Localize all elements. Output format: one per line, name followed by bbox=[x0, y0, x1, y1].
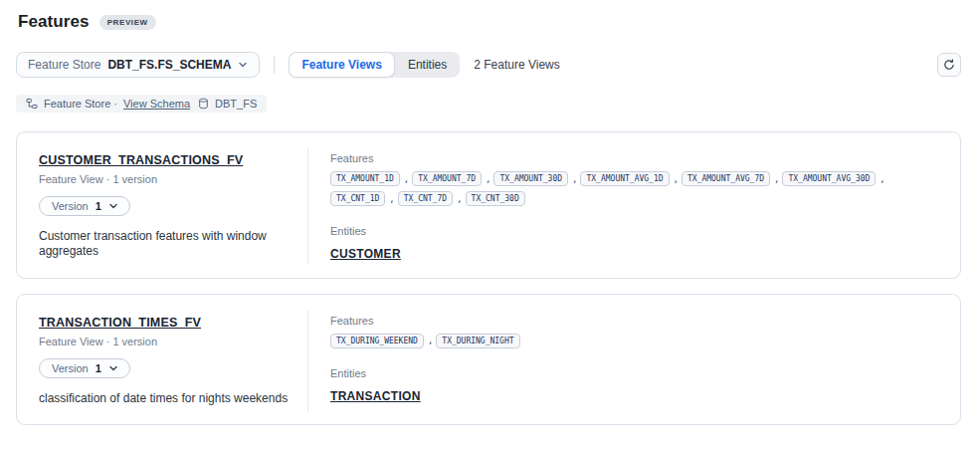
refresh-button[interactable] bbox=[937, 53, 961, 77]
view-tabs: Feature Views Entities bbox=[289, 52, 460, 78]
feature-chip[interactable]: TX_AMOUNT_7D bbox=[412, 171, 482, 186]
feature-chip-item: TX_AMOUNT_7D bbox=[412, 171, 493, 186]
feature-chip[interactable]: TX_CNT_1D bbox=[330, 191, 385, 206]
feature-chip-item: TX_CNT_7D bbox=[398, 191, 466, 206]
feature-view-description: Customer transaction features with windo… bbox=[39, 229, 303, 260]
chevron-down-icon bbox=[108, 201, 118, 211]
features-label: Features bbox=[330, 152, 940, 164]
feature-view-title-link[interactable]: CUSTOMER_TRANSACTIONS_FV bbox=[39, 153, 243, 167]
toolbar: Feature Store DBT_FS.FS_SCHEMA Feature V… bbox=[16, 52, 961, 78]
feature-view-list: CUSTOMER_TRANSACTIONS_FV Feature View · … bbox=[16, 131, 961, 425]
toolbar-divider bbox=[274, 56, 275, 74]
feature-chip-item: TX_AMOUNT_AVG_7D bbox=[682, 171, 782, 186]
version-selector[interactable]: Version 1 bbox=[39, 196, 130, 216]
breadcrumb-prefix: Feature Store · bbox=[44, 98, 117, 110]
entity-link[interactable]: TRANSACTION bbox=[330, 389, 421, 403]
view-schema-link[interactable]: View Schema bbox=[123, 98, 190, 110]
chevron-down-icon bbox=[108, 363, 118, 373]
page-header: Features PREVIEW bbox=[0, 0, 980, 32]
page-title: Features bbox=[18, 12, 90, 32]
breadcrumb-database: DBT_FS bbox=[215, 98, 257, 110]
version-label: Version bbox=[52, 362, 89, 374]
feature-chip[interactable]: TX_AMOUNT_AVG_30D bbox=[782, 171, 876, 186]
version-value: 1 bbox=[96, 362, 101, 374]
feature-view-card: CUSTOMER_TRANSACTIONS_FV Feature View · … bbox=[16, 131, 961, 279]
entities-label: Entities bbox=[330, 225, 940, 237]
version-label: Version bbox=[52, 200, 89, 212]
feature-view-subtitle: Feature View · 1 version bbox=[39, 336, 303, 347]
feature-store-value: DBT_FS.FS_SCHEMA bbox=[107, 58, 231, 72]
feature-chip[interactable]: TX_CNT_7D bbox=[398, 191, 453, 206]
card-summary-column: TRANSACTION_TIMES_FV Feature View · 1 ve… bbox=[17, 295, 307, 424]
preview-badge: PREVIEW bbox=[99, 15, 156, 30]
feature-store-selector[interactable]: Feature Store DBT_FS.FS_SCHEMA bbox=[16, 52, 260, 78]
card-detail-column: Features TX_AMOUNT_1D TX_AMOUNT_7D TX_AM… bbox=[307, 148, 960, 265]
tab-entities[interactable]: Entities bbox=[395, 52, 460, 78]
features-page: Features PREVIEW Feature Store DBT_FS.FS… bbox=[0, 0, 980, 454]
feature-view-subtitle: Feature View · 1 version bbox=[39, 173, 303, 185]
feature-chip-item: TX_AMOUNT_AVG_30D bbox=[782, 171, 887, 186]
chevron-down-icon bbox=[238, 60, 248, 70]
schema-tree-icon bbox=[26, 98, 38, 110]
feature-view-title-link[interactable]: TRANSACTION_TIMES_FV bbox=[39, 316, 201, 330]
feature-chip-item: TX_CNT_30D bbox=[466, 191, 525, 206]
feature-chip-item: TX_AMOUNT_30D bbox=[493, 171, 580, 186]
feature-view-description: classification of date times for nights … bbox=[39, 391, 303, 406]
card-summary-column: CUSTOMER_TRANSACTIONS_FV Feature View · … bbox=[17, 132, 307, 278]
features-label: Features bbox=[330, 315, 940, 327]
feature-chip[interactable]: TX_DURING_WEEKEND bbox=[330, 334, 424, 348]
feature-chip-item: TX_DURING_NIGHT bbox=[436, 334, 519, 348]
feature-chip-item: TX_CNT_1D bbox=[330, 191, 398, 206]
version-value: 1 bbox=[96, 200, 101, 212]
entity-link[interactable]: CUSTOMER bbox=[330, 247, 401, 261]
feature-chip-item: TX_AMOUNT_1D bbox=[330, 171, 412, 186]
feature-chip[interactable]: TX_DURING_NIGHT bbox=[436, 334, 519, 348]
card-detail-column: Features TX_DURING_WEEKEND TX_DURING_NIG… bbox=[307, 311, 960, 411]
tab-feature-views[interactable]: Feature Views bbox=[289, 52, 394, 78]
features-chip-list: TX_AMOUNT_1D TX_AMOUNT_7D TX_AMOUNT_30D … bbox=[330, 171, 940, 206]
feature-store-label: Feature Store bbox=[28, 58, 100, 72]
features-chip-list: TX_DURING_WEEKEND TX_DURING_NIGHT bbox=[330, 334, 940, 348]
breadcrumb: Feature Store · View Schema DBT_FS bbox=[16, 95, 267, 113]
database-icon bbox=[198, 98, 209, 110]
feature-view-card: TRANSACTION_TIMES_FV Feature View · 1 ve… bbox=[16, 294, 961, 425]
feature-chip-item: TX_DURING_WEEKEND bbox=[330, 334, 436, 348]
feature-chip[interactable]: TX_AMOUNT_30D bbox=[493, 171, 568, 186]
feature-chip[interactable]: TX_AMOUNT_1D bbox=[330, 171, 400, 186]
feature-chip-item: TX_AMOUNT_AVG_1D bbox=[580, 171, 681, 186]
feature-views-count: 2 Feature Views bbox=[474, 58, 560, 72]
version-selector[interactable]: Version 1 bbox=[39, 358, 130, 378]
feature-chip[interactable]: TX_AMOUNT_AVG_7D bbox=[682, 171, 770, 186]
refresh-icon bbox=[943, 59, 955, 71]
feature-chip[interactable]: TX_AMOUNT_AVG_1D bbox=[580, 171, 669, 186]
entities-label: Entities bbox=[330, 367, 940, 379]
feature-chip[interactable]: TX_CNT_30D bbox=[466, 191, 525, 206]
